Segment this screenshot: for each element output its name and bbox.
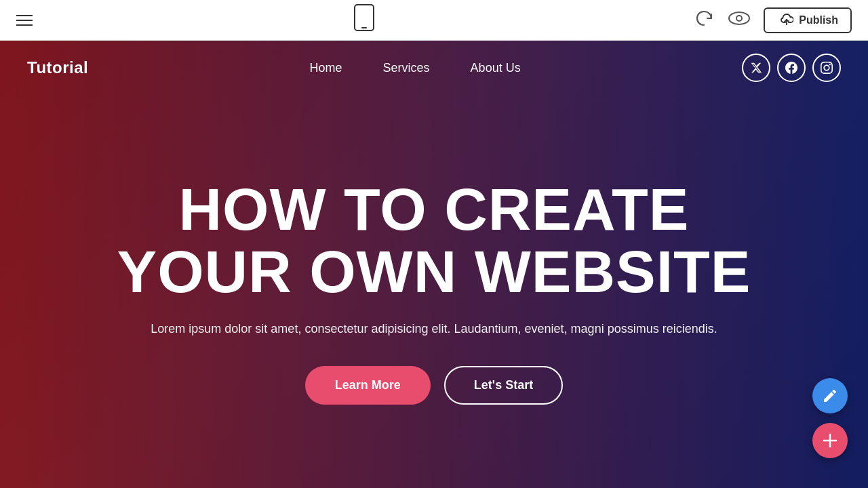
- mobile-preview-icon[interactable]: [353, 4, 375, 36]
- social-icons: [742, 54, 841, 82]
- preview-button[interactable]: [728, 10, 750, 30]
- learn-more-button[interactable]: Learn More: [305, 366, 431, 405]
- hamburger-menu-button[interactable]: [16, 15, 33, 26]
- publish-button[interactable]: Publish: [764, 7, 852, 33]
- toolbar-center: [353, 4, 375, 36]
- cloud-upload-icon: [777, 13, 793, 28]
- hero-subtitle: Lorem ipsum dolor sit amet, consectetur …: [151, 319, 717, 339]
- toolbar: Publish: [0, 0, 868, 41]
- fab-add-button[interactable]: [812, 423, 848, 458]
- hero-title: HOW TO CREATE YOUR OWN WEBSITE: [117, 178, 751, 304]
- website-canvas: Tutorial Home Services About Us: [0, 41, 868, 488]
- hero-content: HOW TO CREATE YOUR OWN WEBSITE Lorem ips…: [0, 95, 868, 488]
- hero-title-line1: HOW TO CREATE: [179, 176, 690, 243]
- publish-label: Publish: [799, 14, 838, 26]
- twitter-icon[interactable]: [742, 54, 770, 82]
- facebook-icon[interactable]: [777, 54, 806, 82]
- site-logo: Tutorial: [27, 58, 88, 77]
- toolbar-right: Publish: [696, 7, 852, 33]
- undo-button[interactable]: [696, 9, 715, 32]
- hero-title-line2: YOUR OWN WEBSITE: [117, 238, 751, 305]
- fab-pencil-button[interactable]: [812, 378, 848, 413]
- site-navigation: Tutorial Home Services About Us: [0, 41, 868, 95]
- svg-rect-0: [355, 5, 374, 30]
- hero-buttons: Learn More Let's Start: [305, 366, 563, 405]
- instagram-icon[interactable]: [812, 54, 841, 82]
- nav-link-about[interactable]: About Us: [450, 56, 541, 81]
- lets-start-button[interactable]: Let's Start: [444, 366, 563, 405]
- nav-link-home[interactable]: Home: [290, 56, 363, 81]
- svg-point-2: [729, 12, 749, 24]
- nav-link-services[interactable]: Services: [363, 56, 450, 81]
- toolbar-left: [16, 15, 33, 26]
- nav-links: Home Services About Us: [290, 56, 541, 81]
- svg-point-3: [736, 16, 742, 21]
